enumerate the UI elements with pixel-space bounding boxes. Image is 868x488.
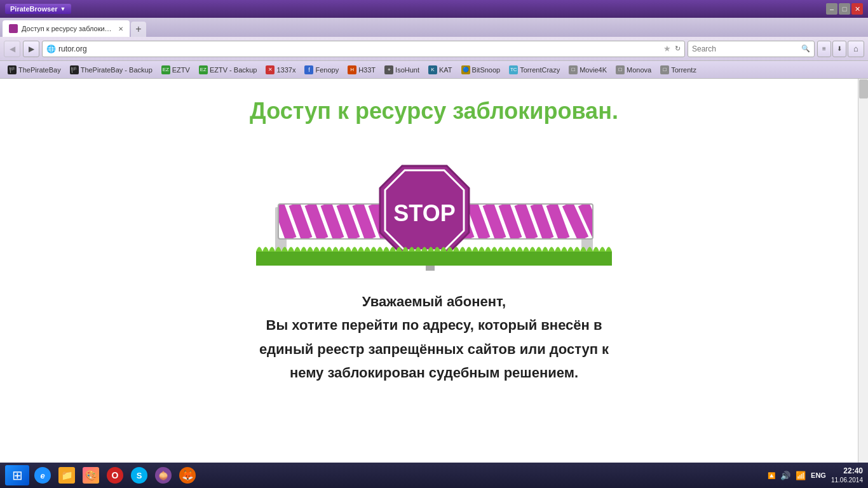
bookmark-label: EZTV xyxy=(172,66,190,74)
maximize-button[interactable]: □ xyxy=(839,3,850,15)
scrollbar[interactable] xyxy=(858,79,868,463)
download-button[interactable]: ⬇ xyxy=(832,41,846,57)
language-indicator[interactable]: ENG xyxy=(811,471,826,479)
extra-nav-buttons: ≡ ⬇ ⌂ xyxy=(817,41,864,57)
bookmark-eztv[interactable]: EZ EZTV xyxy=(159,64,193,76)
volume-icon[interactable]: 🔊 xyxy=(780,471,790,480)
bookmark-label: ThePirateBay xyxy=(18,66,61,74)
bookmark-label: IsoHunt xyxy=(395,66,419,74)
bookmarks-bar: 🏴 ThePirateBay 🏴 ThePirateBay - Backup E… xyxy=(0,61,868,79)
bookmark-torrentcrazy[interactable]: TC TorrentCrazy xyxy=(506,64,562,76)
clock-date: 11.06.2014 xyxy=(831,476,863,484)
tab-bar: Доступ к ресурсу заблокирован! ✕ + xyxy=(0,18,868,37)
ie-icon: e xyxy=(34,467,51,484)
bookmark-icon-eztv: EZ xyxy=(161,65,170,74)
taskbar-app-ie[interactable]: e xyxy=(32,465,53,485)
stop-illustration: STOP xyxy=(218,144,650,271)
close-button[interactable]: ✕ xyxy=(851,3,863,15)
taskbar-app-skype[interactable]: S xyxy=(128,465,150,485)
forward-button[interactable]: ▶ xyxy=(23,41,39,57)
refresh-icon[interactable]: ↻ xyxy=(675,44,681,53)
bookmark-h33t[interactable]: H H33T xyxy=(345,64,378,76)
bookmark-eztv-backup[interactable]: EZ EZTV - Backup xyxy=(196,64,260,76)
menu-icon-button[interactable]: ≡ xyxy=(817,41,831,57)
bookmark-icon-isohunt: ⌖ xyxy=(384,65,393,74)
taskbar-app-paint[interactable]: 🎨 xyxy=(80,465,102,485)
clock-time: 22:40 xyxy=(831,466,863,477)
active-tab[interactable]: Доступ к ресурсу заблокирован! ✕ xyxy=(3,20,130,37)
app-logo[interactable]: PirateBrowser ▼ xyxy=(5,4,71,14)
bookmark-icon-kat: K xyxy=(428,65,437,74)
bookmark-icon-thepiratebay: 🏴 xyxy=(8,65,17,74)
bookmark-star-icon[interactable]: ★ xyxy=(663,44,671,53)
bookmark-label: Movie4K xyxy=(580,66,607,74)
address-bar[interactable]: 🌐 ★ ↻ xyxy=(42,41,685,57)
title-bar: PirateBrowser ▼ – □ ✕ xyxy=(0,0,868,18)
taskbar-app-tor[interactable]: 🧅 xyxy=(153,465,174,485)
taskbar-app-opera[interactable]: O xyxy=(104,465,126,485)
taskbar: ⊞ e 📁 🎨 O S 🧅 🦊 🔼 🔊 📶 ENG 22:40 11.06.20… xyxy=(0,463,868,488)
message-line1: Уважаемый абонент, xyxy=(259,290,609,313)
bookmark-isohunt[interactable]: ⌖ IsoHunt xyxy=(382,64,422,76)
start-icon: ⊞ xyxy=(12,468,23,483)
message-line2: Вы хотите перейти по адресу, который вне… xyxy=(259,313,609,337)
bookmark-label: 1337x xyxy=(276,66,295,74)
bookmark-thepiratebay-backup[interactable]: 🏴 ThePirateBay - Backup xyxy=(67,64,155,76)
taskbar-app-firefox[interactable]: 🦊 xyxy=(177,465,198,485)
bookmark-icon-h33t: H xyxy=(348,65,356,74)
paint-icon: 🎨 xyxy=(83,467,99,484)
start-button[interactable]: ⊞ xyxy=(5,465,29,485)
browser-content: Доступ к ресурсу заблокирован. xyxy=(0,79,868,463)
bookmark-1337x[interactable]: ✕ 1337x xyxy=(263,64,298,76)
bookmark-icon-torrentz: ☐ xyxy=(660,65,669,74)
bookmark-monova[interactable]: ☐ Monova xyxy=(613,64,654,76)
blocked-message: Уважаемый абонент, Вы хотите перейти по … xyxy=(259,290,609,385)
scrollbar-thumb[interactable] xyxy=(859,79,868,98)
bookmark-icon-eztv-backup: EZ xyxy=(199,65,208,74)
tab-close-button[interactable]: ✕ xyxy=(118,25,123,32)
search-input[interactable] xyxy=(692,44,799,53)
explorer-icon: 📁 xyxy=(58,467,75,484)
network-icon[interactable]: 📶 xyxy=(796,471,806,480)
search-bar[interactable]: 🔍 xyxy=(688,41,815,57)
system-clock[interactable]: 22:40 11.06.2014 xyxy=(831,466,863,485)
bookmark-thepiratebay[interactable]: 🏴 ThePirateBay xyxy=(5,64,64,76)
back-button[interactable]: ◀ xyxy=(4,41,20,57)
firefox-icon: 🦊 xyxy=(179,467,196,484)
bookmark-bitsnoop[interactable]: 🔵 BitSnoop xyxy=(459,64,503,76)
bookmark-movie4k[interactable]: ☐ Movie4K xyxy=(566,64,609,76)
message-line4: нему заблокирован судебным решением. xyxy=(259,361,609,384)
tor-icon: 🧅 xyxy=(155,467,172,484)
bookmark-icon-monova: ☐ xyxy=(616,65,625,74)
bookmark-label: EZTV - Backup xyxy=(210,66,257,74)
bookmark-label: Fenopy xyxy=(315,66,339,74)
bookmark-icon-1337x: ✕ xyxy=(266,65,275,74)
bookmark-torrentz[interactable]: ☐ Torrentz xyxy=(658,64,699,76)
app-name: PirateBrowser xyxy=(10,5,58,13)
bookmark-label: BitSnoop xyxy=(472,66,501,74)
minimize-button[interactable]: – xyxy=(826,3,837,15)
bookmark-icon-fenopy: f xyxy=(304,65,313,74)
taskbar-right-area: 🔼 🔊 📶 ENG 22:40 11.06.2014 xyxy=(768,466,863,485)
home-button[interactable]: ⌂ xyxy=(848,41,864,57)
blocked-page-title: Доступ к ресурсу заблокирован. xyxy=(250,98,618,125)
message-line3: единый реестр запрещённых сайтов или дос… xyxy=(259,337,609,361)
bookmark-fenopy[interactable]: f Fenopy xyxy=(302,64,341,76)
search-button[interactable]: 🔍 xyxy=(801,44,810,53)
taskbar-app-explorer[interactable]: 📁 xyxy=(56,465,78,485)
url-input[interactable] xyxy=(58,44,661,53)
stop-text: STOP xyxy=(393,200,455,226)
bookmark-label: Torrentz xyxy=(671,66,696,74)
bookmark-icon-movie4k: ☐ xyxy=(569,65,578,74)
bookmark-label: TorrentCrazy xyxy=(520,66,560,74)
bookmark-label: H33T xyxy=(358,66,376,74)
bookmark-icon-bitsnoop: 🔵 xyxy=(461,65,470,74)
navigation-bar: ◀ ▶ 🌐 ★ ↻ 🔍 ≡ ⬇ ⌂ xyxy=(0,37,868,61)
new-tab-button[interactable]: + xyxy=(131,22,146,37)
bookmark-label: KAT xyxy=(439,66,452,74)
dropdown-arrow: ▼ xyxy=(60,6,66,12)
system-tray-arrows[interactable]: 🔼 xyxy=(768,472,775,479)
bookmark-kat[interactable]: K KAT xyxy=(426,64,455,76)
tab-favicon xyxy=(9,24,18,33)
bookmark-icon-torrentcrazy: TC xyxy=(509,65,518,74)
